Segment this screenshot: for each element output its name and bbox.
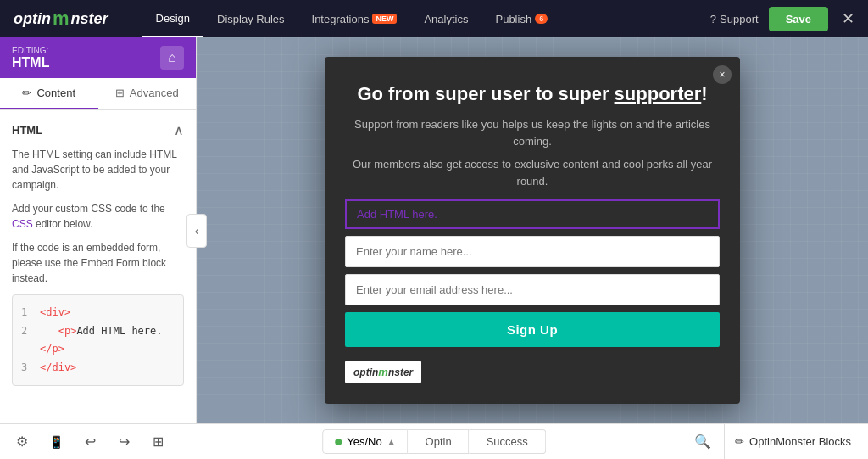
- collapse-icon: ‹: [195, 224, 199, 238]
- sidebar: EDITING: HTML ⌂ ✏ Content ⊞ Advanced HTM…: [0, 37, 197, 423]
- chevron-up-icon: ▲: [387, 437, 396, 446]
- code-editor[interactable]: 1 <div> 2 <p>Add HTML here.</p> 3 </div>: [12, 294, 184, 386]
- close-button[interactable]: ✕: [842, 9, 854, 28]
- main-area: EDITING: HTML ⌂ ✏ Content ⊞ Advanced HTM…: [0, 37, 868, 423]
- yes-no-button[interactable]: Yes/No ▲: [322, 429, 408, 454]
- modal-subtitle-2: Our members also get access to exclusive…: [345, 156, 720, 189]
- home-button[interactable]: ⌂: [160, 46, 184, 70]
- editing-label: EDITING:: [12, 46, 49, 55]
- editing-name: HTML: [12, 55, 49, 70]
- mobile-icon: 📱: [49, 435, 64, 449]
- collapse-arrow[interactable]: ‹: [186, 214, 207, 248]
- code-line-1: 1 <div>: [21, 304, 175, 322]
- nav-right: ? Support Save ✕: [710, 7, 854, 31]
- bottom-center-tabs: Yes/No ▲ Optin Success: [322, 429, 546, 454]
- bottom-bar: ⚙ 📱 ↩ ↪ ⊞ Yes/No ▲ Optin Success 🔍 ✏ Opt…: [0, 423, 868, 459]
- tab-advanced[interactable]: ⊞ Advanced: [98, 78, 197, 109]
- sidebar-content: HTML ∧ The HTML setting can include HTML…: [0, 110, 196, 423]
- nav-publish[interactable]: Publish 6: [481, 0, 561, 37]
- help-text-1: The HTML setting can include HTML and Ja…: [12, 147, 184, 193]
- section-header: HTML ∧: [12, 122, 184, 138]
- integrations-badge: NEW: [372, 14, 397, 24]
- section-toggle[interactable]: ∧: [174, 122, 184, 138]
- css-link[interactable]: CSS: [12, 218, 33, 230]
- help-text-3: If the code is an embedded form, please …: [12, 240, 184, 286]
- help-text-2: Add your custom CSS code to the CSS edit…: [12, 201, 184, 232]
- logo-text: optin: [14, 10, 51, 28]
- signup-button[interactable]: Sign Up: [345, 312, 720, 347]
- home-icon: ⌂: [168, 50, 176, 65]
- html-box: Add HTML here.: [345, 199, 720, 229]
- save-button[interactable]: Save: [769, 7, 828, 31]
- modal-logo: optinmnster: [345, 361, 421, 383]
- search-icon: 🔍: [694, 434, 711, 450]
- sidebar-header: EDITING: HTML ⌂: [0, 37, 196, 78]
- modal-form: Add HTML here. Sign Up: [345, 199, 720, 347]
- search-button[interactable]: 🔍: [687, 427, 717, 457]
- logo-monster: m: [53, 8, 70, 30]
- pencil-icon: ✏: [22, 87, 31, 99]
- gear-icon: ⚙: [16, 434, 28, 450]
- pencil-icon: ✏: [735, 435, 744, 448]
- editing-info: EDITING: HTML: [12, 46, 49, 70]
- grid-icon: ⊞: [115, 87, 125, 99]
- blocks-button[interactable]: ✏ OptinMonster Blocks: [724, 424, 861, 460]
- tab-content[interactable]: ✏ Content: [0, 78, 98, 109]
- code-line-2: 2 <p>Add HTML here.</p>: [21, 322, 175, 359]
- section-title: HTML: [12, 124, 42, 137]
- logo-text2: nster: [71, 10, 108, 28]
- question-icon: ?: [710, 13, 716, 25]
- nav-analytics[interactable]: Analytics: [410, 0, 481, 37]
- support-button[interactable]: ? Support: [710, 13, 759, 25]
- nav-integrations[interactable]: Integrations NEW: [298, 0, 411, 37]
- yes-no-dot: [335, 439, 342, 445]
- bottom-right: 🔍 ✏ OptinMonster Blocks: [687, 424, 861, 460]
- name-input[interactable]: [345, 236, 720, 267]
- nav-design[interactable]: Design: [142, 0, 203, 37]
- redo-icon: ↪: [119, 434, 130, 450]
- publish-badge: 6: [535, 14, 548, 24]
- canvas-area: ‹ × Go from super user to super supporte…: [197, 37, 868, 423]
- campaign-modal: × Go from super user to super supporter!…: [325, 57, 740, 405]
- modal-logo-text: optinmnster: [353, 366, 413, 378]
- code-line-3: 3 </div>: [21, 359, 175, 378]
- success-tab[interactable]: Success: [470, 429, 546, 454]
- logo: optinmnster: [14, 8, 108, 30]
- top-navigation: optinmnster Design Display Rules Integra…: [0, 0, 868, 37]
- undo-icon: ↩: [85, 434, 96, 450]
- grid-icon: ⊞: [153, 434, 164, 450]
- nav-links: Design Display Rules Integrations NEW An…: [142, 0, 710, 37]
- optin-tab[interactable]: Optin: [409, 429, 470, 454]
- grid-view-button[interactable]: ⊞: [142, 427, 173, 457]
- undo-button[interactable]: ↩: [75, 427, 105, 457]
- modal-subtitle-1: Support from readers like you helps us k…: [345, 116, 720, 149]
- modal-title: Go from super user to super supporter!: [345, 82, 720, 107]
- bottom-tools: ⚙ 📱 ↩ ↪ ⊞: [7, 427, 173, 457]
- modal-close-button[interactable]: ×: [713, 65, 732, 84]
- email-input[interactable]: [345, 274, 720, 305]
- redo-button[interactable]: ↪: [108, 427, 139, 457]
- nav-display-rules[interactable]: Display Rules: [203, 0, 298, 37]
- gear-icon-button[interactable]: ⚙: [7, 427, 37, 457]
- sidebar-tabs: ✏ Content ⊞ Advanced: [0, 78, 196, 110]
- mobile-icon-button[interactable]: 📱: [41, 427, 71, 457]
